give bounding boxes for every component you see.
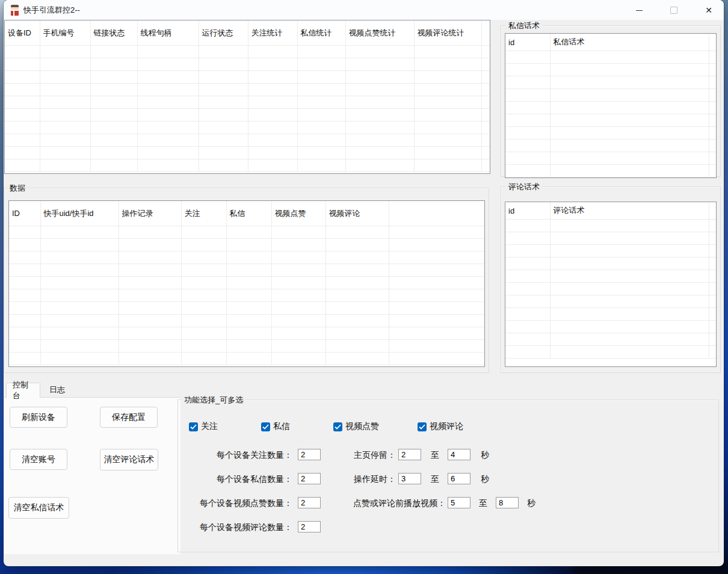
table-row	[505, 76, 716, 89]
table-row	[5, 71, 490, 84]
col-pm-stats[interactable]: 私信统计	[297, 20, 345, 46]
table-row	[9, 277, 484, 289]
title-bar[interactable]: 快手引流群控2-- ✕	[4, 0, 724, 20]
comment-count-label: 每个设备视频评论数量：	[172, 522, 292, 533]
table-row	[5, 58, 490, 71]
seconds-word: 秒	[481, 474, 489, 485]
pm-scripts-group-label: 私信话术	[506, 20, 542, 31]
play-before-to-input[interactable]	[496, 497, 519, 508]
col-op-record[interactable]: 操作记录	[119, 201, 181, 226]
comment-scripts-header[interactable]: id 评论话术	[505, 202, 716, 220]
play-before-label: 点赞或评论前播放视频：	[298, 498, 446, 509]
table-row	[505, 127, 716, 140]
col-video-like[interactable]: 视频点赞	[271, 201, 325, 226]
seconds-word: 秒	[527, 498, 535, 509]
col-comment-stats[interactable]: 视频评论统计	[414, 20, 481, 46]
col-id[interactable]: ID	[9, 201, 40, 226]
table-row	[9, 239, 484, 252]
window-title: 快手引流群控2--	[23, 5, 80, 16]
data-table-header[interactable]: ID 快手uid/快手id 操作记录 关注 私信 视频点赞 视频评论	[9, 201, 484, 226]
table-row	[9, 327, 484, 340]
table-row	[5, 46, 490, 58]
table-row	[505, 270, 716, 283]
home-stay-to-input[interactable]	[448, 449, 470, 460]
pm-scripts-table[interactable]: id 私信话术	[505, 33, 717, 178]
col-follow[interactable]: 关注	[181, 201, 226, 226]
col-device-id[interactable]: 设备ID	[5, 20, 40, 46]
checkbox-follow[interactable]: 关注	[189, 421, 218, 432]
table-row	[5, 96, 490, 109]
table-row	[5, 159, 490, 172]
col-pm-text[interactable]: 私信话术	[550, 34, 709, 51]
play-before-from-input[interactable]	[448, 497, 470, 508]
checkbox-video-comment-label: 视频评论	[430, 421, 463, 432]
col-thread-handle[interactable]: 线程句柄	[137, 20, 199, 46]
checkbox-video-like[interactable]: 视频点赞	[333, 421, 379, 432]
follow-count-label: 每个设备关注数量：	[172, 450, 292, 461]
comment-count-input[interactable]	[298, 521, 321, 532]
col-pm-id[interactable]: id	[505, 34, 550, 51]
checkbox-pm[interactable]: 私信	[261, 421, 290, 432]
clear-accounts-button[interactable]: 清空账号	[10, 449, 67, 470]
device-table[interactable]: 设备ID 手机编号 链接状态 线程句柄 运行状态 关注统计 私信统计 视频点赞统…	[4, 20, 490, 174]
refresh-devices-button[interactable]: 刷新设备	[10, 407, 67, 428]
table-row	[505, 245, 716, 258]
table-row	[505, 333, 716, 346]
tab-log-label: 日志	[49, 384, 65, 395]
col-run-status[interactable]: 运行状态	[199, 20, 248, 46]
pm-scripts-group: 私信话术 id 私信话术	[501, 25, 721, 177]
table-row	[9, 226, 484, 239]
table-row	[505, 295, 716, 308]
col-follow-stats[interactable]: 关注统计	[248, 20, 297, 46]
home-stay-from-input[interactable]	[398, 449, 421, 460]
save-config-button[interactable]: 保存配置	[100, 407, 158, 428]
table-row	[9, 289, 484, 302]
op-delay-label: 操作延时：	[304, 474, 396, 485]
col-uid[interactable]: 快手uid/快手id	[40, 201, 119, 226]
function-select-group-label: 功能选择_可多选	[182, 395, 245, 406]
table-row	[505, 152, 716, 165]
col-link-status[interactable]: 链接状态	[90, 20, 137, 46]
col-filler	[481, 20, 490, 46]
col-filler	[709, 34, 716, 51]
table-row	[505, 64, 716, 76]
comment-scripts-table[interactable]: id 评论话术	[505, 202, 717, 367]
col-comment-id[interactable]: id	[505, 202, 550, 220]
table-row	[5, 147, 490, 159]
table-row	[505, 321, 716, 333]
home-stay-label: 主页停留：	[304, 450, 396, 461]
minimize-button[interactable]	[630, 3, 648, 17]
table-row	[505, 114, 716, 127]
col-like-stats[interactable]: 视频点赞统计	[345, 20, 414, 46]
clear-pm-scripts-button[interactable]: 清空私信话术	[8, 497, 69, 519]
tab-log[interactable]: 日志	[42, 383, 73, 397]
table-row	[505, 140, 716, 152]
clear-comment-scripts-button[interactable]: 清空评论话术	[100, 449, 158, 471]
pm-count-label: 每个设备私信数量：	[172, 474, 292, 485]
data-group: 数据 ID 快手uid/快手id 操作记录 关注 私信 视频点赞 视频评论	[4, 188, 489, 373]
maximize-icon	[670, 7, 677, 14]
maximize-button[interactable]	[665, 3, 683, 17]
close-icon: ✕	[705, 6, 712, 14]
col-phone-no[interactable]: 手机编号	[40, 20, 90, 46]
data-table[interactable]: ID 快手uid/快手id 操作记录 关注 私信 视频点赞 视频评论	[8, 200, 485, 367]
table-row	[9, 353, 484, 365]
checkbox-video-comment[interactable]: 视频评论	[418, 421, 463, 432]
op-delay-to-input[interactable]	[448, 473, 470, 484]
device-table-header[interactable]: 设备ID 手机编号 链接状态 线程句柄 运行状态 关注统计 私信统计 视频点赞统…	[5, 20, 490, 46]
col-video-comment[interactable]: 视频评论	[325, 201, 389, 226]
table-row	[9, 315, 484, 327]
table-row	[505, 89, 716, 102]
to-word: 至	[431, 474, 439, 485]
col-comment-text[interactable]: 评论话术	[550, 202, 709, 220]
col-filler	[709, 202, 716, 220]
col-pm[interactable]: 私信	[226, 201, 271, 226]
table-row	[505, 232, 716, 245]
op-delay-from-input[interactable]	[398, 473, 421, 484]
tab-console[interactable]: 控制台	[6, 383, 40, 398]
table-row	[505, 283, 716, 295]
checkbox-pm-label: 私信	[273, 421, 290, 432]
close-button[interactable]: ✕	[700, 3, 718, 17]
table-row	[5, 84, 490, 96]
pm-scripts-header[interactable]: id 私信话术	[505, 34, 716, 51]
